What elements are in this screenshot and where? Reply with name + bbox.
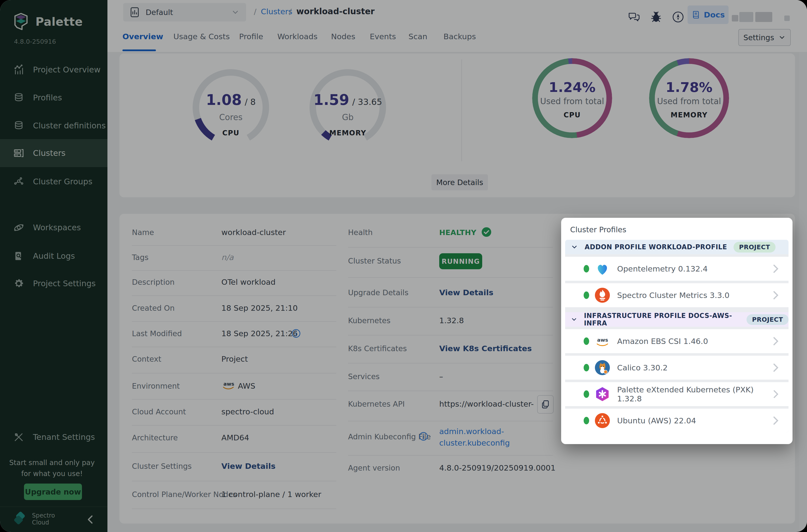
- chevron-down-icon: [571, 316, 577, 323]
- profile-row-amazon-ebs-csi[interactable]: aws Amazon EBS CSI 1.46.0: [565, 329, 789, 353]
- prometheus-icon: [595, 287, 610, 303]
- profile-row-palette-extended-kubernetes[interactable]: Palette eXtended Kubernetes (PXK) 1.32.8: [565, 382, 789, 406]
- profile-name: Spectro Cluster Metrics 3.3.0: [617, 291, 730, 300]
- profile-name: Calico 3.30.2: [617, 363, 668, 372]
- aws-icon: aws: [595, 334, 610, 349]
- profile-name: Palette eXtended Kubernetes (PXK) 1.32.8: [617, 385, 773, 403]
- opentelemetry-icon: [595, 261, 610, 277]
- section-header-label: INFRASTRUCTURE PROFILE DOCS-AWS-INFRA: [584, 312, 740, 327]
- chevron-right-icon: [772, 290, 779, 300]
- palette-app: Palette 4.8.0-250916 Project Overview Pr…: [0, 0, 807, 532]
- status-dot-icon: [584, 417, 589, 424]
- project-badge: PROJECT: [747, 314, 789, 325]
- status-dot-icon: [584, 391, 589, 398]
- infrastructure-profile-section-header[interactable]: INFRASTRUCTURE PROFILE DOCS-AWS-INFRA PR…: [565, 312, 789, 327]
- profile-row-calico[interactable]: Calico 3.30.2: [565, 356, 789, 380]
- project-badge: PROJECT: [734, 242, 775, 252]
- profiles-list: ADDON PROFILE WORKLOAD-PROFILE PROJECT O…: [565, 240, 789, 433]
- profile-name: Ubuntu (AWS) 22.04: [617, 416, 696, 425]
- status-dot-icon: [584, 364, 589, 372]
- section-header-label: ADDON PROFILE WORKLOAD-PROFILE: [585, 243, 727, 251]
- status-dot-icon: [584, 291, 589, 299]
- popover-title: Cluster Profiles: [570, 225, 626, 234]
- status-dot-icon: [584, 265, 589, 272]
- addon-profile-section-header[interactable]: ADDON PROFILE WORKLOAD-PROFILE PROJECT: [565, 240, 789, 254]
- profile-row-spectro-cluster-metrics[interactable]: Spectro Cluster Metrics 3.3.0: [565, 283, 789, 307]
- chevron-right-icon: [772, 363, 779, 373]
- profile-name: Opentelemetry 0.132.4: [617, 264, 708, 273]
- svg-text:aws: aws: [597, 337, 608, 343]
- chevron-down-icon: [571, 243, 578, 251]
- chevron-right-icon: [772, 416, 779, 425]
- profile-row-opentelemetry[interactable]: Opentelemetry 0.132.4: [565, 257, 789, 281]
- pxk-icon: [595, 386, 610, 402]
- chevron-right-icon: [772, 336, 779, 346]
- status-dot-icon: [584, 338, 589, 345]
- profile-name: Amazon EBS CSI 1.46.0: [617, 337, 708, 346]
- chevron-right-icon: [772, 264, 779, 274]
- cluster-profiles-popover: Cluster Profiles ADDON PROFILE WORKLOAD-…: [561, 218, 792, 444]
- chevron-right-icon: [773, 389, 779, 399]
- profile-row-ubuntu[interactable]: Ubuntu (AWS) 22.04: [565, 408, 789, 433]
- calico-icon: [595, 360, 610, 375]
- app-window: Palette 4.8.0-250916 Project Overview Pr…: [0, 0, 807, 532]
- ubuntu-icon: [595, 413, 610, 428]
